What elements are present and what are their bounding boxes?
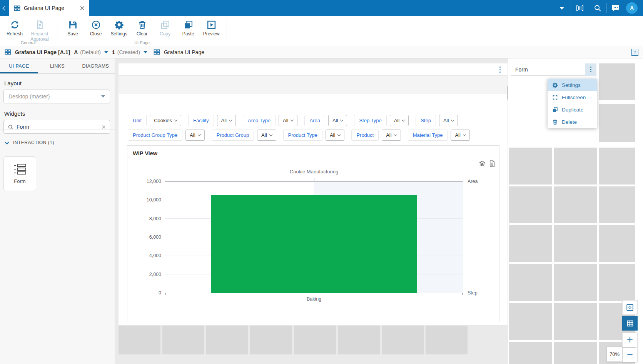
refresh-button[interactable]: Refresh: [3, 19, 26, 37]
filter-label-chip[interactable]: Step: [416, 115, 436, 126]
widgets-label: Widgets: [4, 110, 110, 117]
layers-stack-icon[interactable]: [479, 160, 486, 167]
trash-icon: [552, 119, 558, 125]
y-axis-tick-label: 6,000: [149, 234, 161, 240]
filter-label-chip[interactable]: Product Type: [283, 130, 322, 141]
grid-cell: [338, 326, 380, 354]
filter-label-chip[interactable]: Step Type: [354, 115, 386, 126]
page-tab[interactable]: Grafana UI Page: [9, 0, 89, 16]
menu-item-label: Settings: [562, 82, 581, 88]
filter-value-dropdown[interactable]: All: [326, 130, 344, 141]
user-avatar[interactable]: A: [626, 2, 638, 14]
revision-selector[interactable]: A (Default): [74, 49, 108, 55]
close-button[interactable]: Close: [84, 19, 107, 37]
filter-pair: Product Group All: [212, 130, 276, 141]
ui-page-canvas[interactable]: Unit Cookies Facility All Area Type All: [119, 63, 508, 325]
paste-icon: [184, 20, 193, 30]
page-menu-kebab-icon[interactable]: [496, 66, 504, 73]
filter-label-chip[interactable]: Area Type: [243, 115, 276, 126]
report-document-icon[interactable]: [489, 160, 495, 167]
button-label: Refresh: [7, 32, 23, 37]
menu-item-duplicate[interactable]: Duplicate: [548, 103, 597, 116]
divider: [227, 19, 227, 43]
layout-grid-icon: [14, 5, 20, 12]
chevron-down-icon: [291, 118, 294, 121]
revision-value: A: [74, 49, 78, 55]
filter-pair: Material Type All: [408, 130, 470, 141]
filter-label-chip[interactable]: Facility: [188, 115, 214, 126]
open-in-new-icon[interactable]: [631, 49, 638, 56]
filter-value: All: [455, 132, 460, 138]
filter-value-dropdown[interactable]: All: [279, 115, 297, 126]
interaction-section-header[interactable]: INTERACTION (1): [5, 140, 115, 145]
filter-value-dropdown[interactable]: All: [328, 115, 347, 126]
more-dropdown-icon[interactable]: [553, 0, 571, 16]
grid-cell: [509, 342, 552, 364]
zoom-level-value: 70%: [610, 351, 620, 357]
barcode-scan-icon[interactable]: [571, 0, 589, 16]
sidebar-tab[interactable]: UI PAGE: [0, 58, 38, 73]
gear-icon: [114, 20, 124, 30]
clear-button[interactable]: Clear: [130, 19, 154, 37]
menu-item-fullscreen[interactable]: Fullscreen: [548, 91, 597, 103]
sidebar-tab[interactable]: DIAGRAMS: [77, 58, 115, 73]
section-label: INTERACTION (1): [13, 140, 54, 145]
grid-cell: [599, 186, 635, 223]
layout-label: Layout: [4, 80, 110, 86]
grid-cell: [554, 148, 597, 184]
toolbar: Refresh Request Approval General Save: [0, 16, 643, 46]
version-selector[interactable]: 1 (Created): [112, 49, 147, 55]
form-widget-card[interactable]: Form: [3, 156, 36, 191]
form-panel-title: Form: [515, 66, 528, 73]
filter-value: All: [394, 118, 399, 123]
sidebar-tab[interactable]: LINKS: [38, 58, 76, 73]
layout-select-value: Desktop (master): [8, 93, 50, 100]
filter-value-dropdown[interactable]: All: [439, 115, 458, 126]
widget-search-input[interactable]: Form: [3, 120, 110, 134]
form-menu-button[interactable]: [585, 63, 596, 76]
clear-search-icon[interactable]: [102, 125, 106, 129]
filter-label-chip[interactable]: Product Group: [212, 130, 254, 141]
filter-pair: Area Type All: [243, 115, 297, 126]
button-label: Paste: [182, 32, 194, 37]
request-approval-button[interactable]: Request Approval: [26, 19, 53, 42]
filter-label-chip[interactable]: Unit: [128, 115, 147, 126]
back-chevron-icon[interactable]: [0, 0, 9, 16]
grid-cell: [426, 326, 468, 354]
toggle-grid-button[interactable]: [622, 316, 638, 331]
grid-cell: [554, 342, 597, 364]
preview-button[interactable]: Preview: [200, 19, 223, 37]
layout-select[interactable]: Desktop (master): [3, 90, 110, 103]
zoom-out-button[interactable]: [622, 347, 638, 362]
filter-row-1: Unit Cookies Facility All Area Type All: [128, 115, 458, 126]
tab-close-icon[interactable]: [80, 6, 85, 11]
y-axis-tick-label: 10,000: [147, 197, 161, 203]
settings-button[interactable]: Settings: [107, 19, 130, 37]
filter-value-dropdown[interactable]: All: [185, 130, 204, 141]
filter-value-dropdown[interactable]: All: [451, 130, 469, 141]
save-button[interactable]: Save: [61, 19, 84, 37]
menu-item-delete[interactable]: Delete: [548, 116, 597, 128]
chat-icon[interactable]: [607, 0, 625, 16]
filter-value-dropdown[interactable]: All: [382, 130, 401, 141]
filter-label-chip[interactable]: Material Type: [408, 130, 448, 141]
left-sidebar: UI PAGE LINKS DIAGRAMS Layout Desktop (m…: [0, 58, 115, 364]
copy-button[interactable]: Copy: [154, 19, 177, 37]
fit-to-screen-button[interactable]: [622, 300, 638, 315]
filter-value-dropdown[interactable]: All: [257, 130, 276, 141]
topbar-actions: A: [553, 0, 643, 16]
filter-value-dropdown[interactable]: All: [217, 115, 236, 126]
filter-value-dropdown[interactable]: Cookies: [150, 115, 181, 126]
zoom-in-button[interactable]: [622, 332, 638, 347]
filter-label-chip[interactable]: Product: [351, 130, 379, 141]
filter-label-chip[interactable]: Area: [304, 115, 325, 126]
paste-button[interactable]: Paste: [177, 19, 200, 37]
grid-cell: [294, 326, 336, 354]
widget-context-menu: Settings Fullscreen Duplicate: [548, 79, 597, 128]
filter-value-dropdown[interactable]: All: [390, 115, 409, 126]
wip-bar[interactable]: [211, 195, 417, 293]
menu-item-settings[interactable]: Settings: [548, 79, 597, 91]
filter-value: All: [190, 132, 195, 138]
filter-label-chip[interactable]: Product Group Type: [128, 130, 182, 141]
search-icon[interactable]: [589, 0, 606, 16]
